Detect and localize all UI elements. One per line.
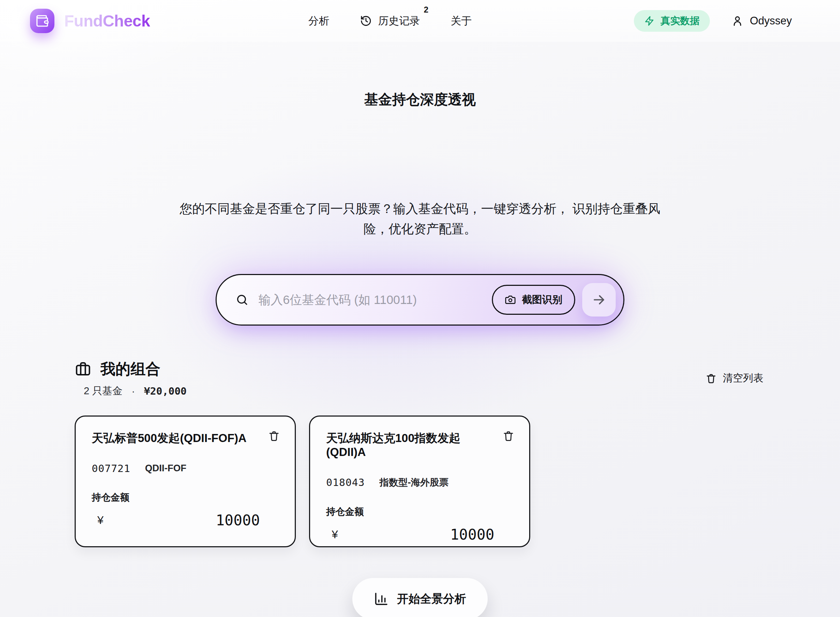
- arrow-right-icon: [592, 292, 606, 307]
- nav-history-label: 历史记录: [378, 14, 420, 28]
- fund-type: QDII-FOF: [145, 463, 186, 474]
- amount-row: ¥: [92, 511, 279, 529]
- history-icon: [360, 15, 372, 27]
- fund-count: 2 只基金: [84, 384, 123, 398]
- page-title: 基金持仓深度透视: [0, 90, 840, 109]
- hero-description: 您的不同基金是否重仓了同一只股票？输入基金代码，一键穿透分析， 识别持仓重叠风险…: [177, 199, 663, 239]
- holding-amount-input[interactable]: [338, 525, 513, 543]
- fund-code-input[interactable]: [258, 292, 492, 307]
- trash-icon: [502, 430, 515, 442]
- summary-separator: ·: [132, 385, 135, 397]
- remove-fund-button[interactable]: [268, 430, 280, 442]
- fund-meta: 007721 QDII-FOF: [92, 463, 279, 474]
- screenshot-ocr-button[interactable]: 截图识别: [492, 285, 575, 315]
- real-data-label: 真实数据: [660, 14, 700, 28]
- search-submit-button[interactable]: [582, 283, 616, 316]
- trash-icon: [705, 373, 717, 384]
- remove-fund-button[interactable]: [502, 430, 515, 442]
- brand-name: FundCheck: [64, 12, 150, 30]
- username: Odyssey: [750, 15, 792, 27]
- currency-symbol: ¥: [97, 514, 104, 527]
- ocr-button-label: 截图识别: [522, 293, 562, 307]
- header-right: 真实数据 Odyssey: [634, 0, 792, 42]
- brand-logo[interactable]: FundCheck: [30, 9, 150, 33]
- amount-row: ¥: [326, 525, 513, 543]
- bar-chart-icon: [374, 592, 389, 606]
- fund-code: 007721: [92, 463, 130, 474]
- real-data-badge: 真实数据: [634, 10, 710, 32]
- fund-name: 天弘标普500发起(QDII-FOF)A: [92, 431, 279, 445]
- user-icon: [732, 15, 743, 27]
- top-navbar: FundCheck 分析 历史记录 2 关于: [0, 0, 840, 42]
- fund-type: 指数型-海外股票: [380, 476, 449, 489]
- trash-icon: [268, 430, 280, 442]
- fund-card: 天弘标普500发起(QDII-FOF)A 007721 QDII-FOF 持仓金…: [75, 416, 296, 547]
- camera-icon: [505, 294, 516, 306]
- nav-item-history[interactable]: 历史记录 2: [360, 14, 420, 28]
- start-analysis-label: 开始全景分析: [397, 591, 466, 607]
- amount-label: 持仓金额: [92, 491, 279, 504]
- nav-item-analyze[interactable]: 分析: [308, 14, 329, 28]
- nav-about-label: 关于: [451, 14, 472, 28]
- holding-amount-input[interactable]: [104, 511, 279, 529]
- wallet-icon: [30, 9, 55, 33]
- fund-name: 天弘纳斯达克100指数发起(QDII)A: [326, 431, 513, 459]
- amount-label: 持仓金额: [326, 505, 513, 518]
- start-analysis-button[interactable]: 开始全景分析: [352, 578, 488, 617]
- fund-card-list: 天弘标普500发起(QDII-FOF)A 007721 QDII-FOF 持仓金…: [75, 416, 530, 547]
- briefcase-icon: [75, 361, 92, 378]
- nav-item-about[interactable]: 关于: [451, 14, 472, 28]
- portfolio-total: ¥20,000: [144, 385, 186, 397]
- fund-card: 天弘纳斯达克100指数发起(QDII)A 018043 指数型-海外股票 持仓金…: [309, 416, 530, 547]
- history-count-badge: 2: [424, 5, 428, 15]
- currency-symbol: ¥: [332, 528, 338, 541]
- portfolio-summary: 2 只基金 · ¥20,000: [84, 384, 765, 398]
- clear-list-button[interactable]: 清空列表: [703, 371, 765, 385]
- clear-list-label: 清空列表: [723, 371, 763, 385]
- portfolio-title: 我的组合: [101, 359, 160, 379]
- fund-meta: 018043 指数型-海外股票: [326, 476, 513, 489]
- fund-code: 018043: [326, 477, 365, 489]
- portfolio-header: 我的组合 2 只基金 · ¥20,000 清空列表: [75, 359, 765, 398]
- fund-search-bar: 截图识别: [216, 274, 624, 326]
- nav-analyze-label: 分析: [308, 14, 329, 28]
- user-menu[interactable]: Odyssey: [732, 15, 792, 27]
- portfolio-title-row: 我的组合: [75, 359, 765, 379]
- search-icon: [235, 293, 249, 306]
- lightning-icon: [644, 16, 655, 26]
- main-nav: 分析 历史记录 2 关于: [308, 0, 472, 42]
